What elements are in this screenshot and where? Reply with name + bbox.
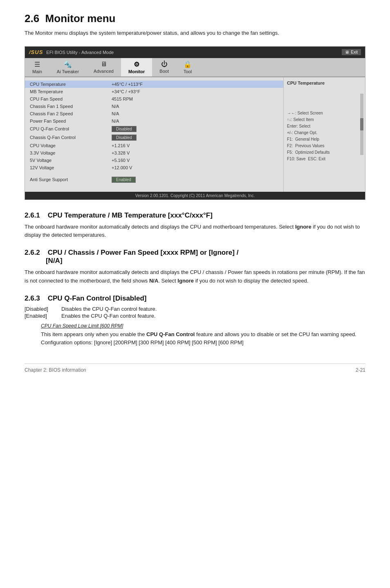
- bios-scrollbar-thumb: [360, 118, 363, 130]
- row-mb-temp-value: +34°C / +93°F: [112, 89, 140, 94]
- row-chassis-fan2-value: N/A: [112, 111, 119, 116]
- row-33v-label: 3.3V Voltage: [30, 150, 112, 155]
- nav-ai-tweaker[interactable]: 🔩 Ai Tweaker: [49, 58, 86, 76]
- monitor-nav-icon: ⚙: [134, 61, 139, 68]
- row-power-fan-label: Power Fan Speed: [30, 119, 112, 123]
- ai-tweaker-icon: 🔩: [64, 61, 72, 68]
- nav-boot[interactable]: ⏻ Boot: [152, 58, 176, 76]
- bios-right-title: CPU Temperature: [287, 81, 362, 85]
- bios-title: EFI BIOS Utility - Advanced Mode: [46, 50, 114, 55]
- sub-item-label: CPU Fan Speed Low Limit [600 RPM]: [41, 323, 365, 329]
- subsection-262-body: The onboard hardware monitor automatical…: [25, 268, 365, 285]
- main-section: 2.6 Monitor menu The Monitor menu displa…: [25, 12, 365, 37]
- footer-right: 2-21: [356, 367, 365, 373]
- bios-spacer: [25, 171, 283, 175]
- bios-topbar: /SUS EFI BIOS Utility - Advanced Mode 🖥 …: [25, 47, 365, 58]
- row-chassis-fan1-label: Chassis Fan 1 Speed: [30, 104, 112, 109]
- row-chassis-qfan-value: Disabled: [112, 135, 137, 141]
- row-chassis-fan1[interactable]: Chassis Fan 1 Speed N/A: [25, 103, 283, 110]
- row-cpu-voltage-label: CPU Voltage: [30, 143, 112, 148]
- row-5v-label: 5V Voltage: [30, 158, 112, 163]
- row-power-fan[interactable]: Power Fan Speed N/A: [25, 117, 283, 125]
- row-12v-label: 12V Voltage: [30, 165, 112, 170]
- nav-tool[interactable]: 🔒 Tool: [176, 58, 199, 76]
- row-chassis-qfan-label: Chassis Q-Fan Control: [30, 135, 112, 140]
- row-chassis-fan2-label: Chassis Fan 2 Speed: [30, 111, 112, 116]
- row-cpu-temp-value: +45°C / +113°F: [112, 82, 143, 87]
- row-cpu-qfan[interactable]: CPU Q-Fan Control Disabled: [25, 125, 283, 133]
- section-heading: 2.6 Monitor menu: [25, 12, 365, 25]
- row-anti-surge-value: Enabled: [112, 177, 136, 183]
- monitor-icon: 🖥: [345, 50, 349, 54]
- option-disabled-key: [Disabled]: [25, 306, 61, 312]
- row-chassis-qfan[interactable]: Chassis Q-Fan Control Disabled: [25, 133, 283, 142]
- row-33v-voltage[interactable]: 3.3V Voltage +3.328 V: [25, 149, 283, 157]
- option-disabled-desc: Disables the CPU Q-Fan control feature.: [61, 306, 157, 312]
- nav-main[interactable]: ☰ Main: [25, 58, 49, 76]
- bios-logo: /SUS: [29, 49, 43, 55]
- row-anti-surge-label: Anti Surge Support: [30, 177, 112, 182]
- bios-left-panel: CPU Temperature +45°C / +113°F MB Temper…: [25, 77, 283, 192]
- bios-exit-button[interactable]: 🖥 Exit: [342, 49, 361, 55]
- nav-ai-tweaker-label: Ai Tweaker: [57, 69, 79, 74]
- bios-frame: /SUS EFI BIOS Utility - Advanced Mode 🖥 …: [25, 46, 365, 200]
- bios-scrollbar[interactable]: [360, 94, 363, 155]
- row-33v-value: +3.328 V: [112, 150, 130, 155]
- subsection-261-title: 2.6.1 CPU Temperature / MB Temperature […: [25, 211, 365, 220]
- sub-item-263: CPU Fan Speed Low Limit [600 RPM] This i…: [41, 323, 365, 348]
- subsection-261: 2.6.1 CPU Temperature / MB Temperature […: [25, 211, 365, 240]
- row-mb-temp-label: MB Temperature: [30, 89, 112, 94]
- boot-icon: ⏻: [161, 61, 168, 68]
- bios-body: CPU Temperature +45°C / +113°F MB Temper…: [25, 77, 365, 192]
- bios-footer: Version 2.00.1201. Copyright (C) 2011 Am…: [25, 192, 365, 200]
- section-intro: The Monitor menu displays the system tem…: [25, 29, 365, 37]
- nav-tool-label: Tool: [184, 69, 192, 74]
- row-cpu-fan-speed[interactable]: CPU Fan Speed 4515 RPM: [25, 95, 283, 103]
- subsection-261-body: The onboard hardware monitor automatical…: [25, 223, 365, 240]
- row-power-fan-value: N/A: [112, 119, 119, 123]
- row-mb-temp[interactable]: MB Temperature +34°C / +93°F: [25, 88, 283, 95]
- bios-right-panel: CPU Temperature →←: Select Screen ↑↓: Se…: [283, 77, 365, 192]
- nav-boot-label: Boot: [159, 69, 169, 74]
- bios-version: Version 2.00.1201. Copyright (C) 2011 Am…: [135, 193, 255, 198]
- subsection-262-title: 2.6.2 CPU / Chassis / Power Fan Speed [x…: [25, 249, 365, 265]
- nav-advanced-label: Advanced: [94, 69, 114, 74]
- option-disabled: [Disabled] Disables the CPU Q-Fan contro…: [25, 306, 365, 312]
- advanced-icon: 🖥: [101, 61, 107, 68]
- bios-help-text: →←: Select Screen ↑↓: Select Item Enter:…: [287, 110, 362, 162]
- option-enabled: [Enabled] Enables the CPU Q-Fan control …: [25, 313, 365, 319]
- row-5v-voltage[interactable]: 5V Voltage +5.160 V: [25, 157, 283, 164]
- option-enabled-key: [Enabled]: [25, 313, 61, 319]
- footer-left: Chapter 2: BIOS information: [25, 367, 86, 373]
- option-enabled-desc: Enables the CPU Q-Fan control feature.: [61, 313, 156, 319]
- row-cpu-voltage[interactable]: CPU Voltage +1.216 V: [25, 142, 283, 149]
- subsection-263-title: 2.6.3 CPU Q-Fan Control [Disabled]: [25, 294, 365, 303]
- row-cpu-temp-label: CPU Temperature: [30, 82, 112, 87]
- row-cpu-voltage-value: +1.216 V: [112, 143, 130, 148]
- nav-advanced[interactable]: 🖥 Advanced: [86, 58, 121, 76]
- sub-item-body: This item appears only when you enable t…: [41, 330, 365, 348]
- row-cpu-temp[interactable]: CPU Temperature +45°C / +113°F: [25, 81, 283, 88]
- subsection-263: 2.6.3 CPU Q-Fan Control [Disabled] [Disa…: [25, 294, 365, 348]
- row-cpu-qfan-label: CPU Q-Fan Control: [30, 126, 112, 131]
- bios-logo-area: /SUS EFI BIOS Utility - Advanced Mode: [29, 49, 114, 55]
- row-cpu-qfan-value: Disabled: [112, 126, 137, 132]
- row-12v-voltage[interactable]: 12V Voltage +12.000 V: [25, 164, 283, 171]
- nav-monitor-label: Monitor: [128, 69, 145, 74]
- tool-icon: 🔒: [184, 61, 192, 68]
- row-anti-surge[interactable]: Anti Surge Support Enabled: [25, 175, 283, 184]
- page-footer: Chapter 2: BIOS information 2-21: [25, 364, 365, 373]
- option-list-263: [Disabled] Disables the CPU Q-Fan contro…: [25, 306, 365, 319]
- nav-main-label: Main: [32, 69, 42, 74]
- row-chassis-fan2[interactable]: Chassis Fan 2 Speed N/A: [25, 110, 283, 117]
- row-5v-value: +5.160 V: [112, 158, 130, 163]
- nav-monitor[interactable]: ⚙ Monitor: [121, 58, 152, 76]
- main-icon: ☰: [34, 61, 40, 68]
- row-chassis-fan1-value: N/A: [112, 104, 119, 109]
- row-cpu-fan-value: 4515 RPM: [112, 97, 133, 101]
- row-12v-value: +12.000 V: [112, 165, 132, 170]
- row-cpu-fan-label: CPU Fan Speed: [30, 97, 112, 101]
- subsection-262: 2.6.2 CPU / Chassis / Power Fan Speed [x…: [25, 249, 365, 285]
- bios-nav: ☰ Main 🔩 Ai Tweaker 🖥 Advanced ⚙ Monitor…: [25, 58, 365, 77]
